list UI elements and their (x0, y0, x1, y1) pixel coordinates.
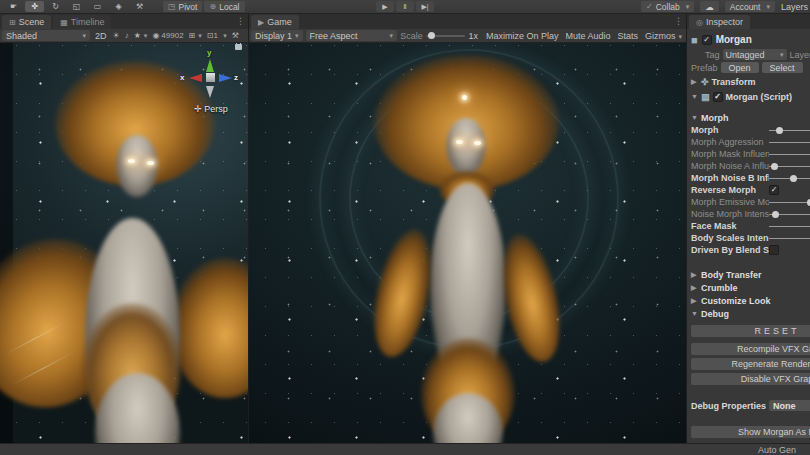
debug-button[interactable]: Regenerate Render Te (691, 358, 810, 370)
scene-orientation-gizmo[interactable]: y x z ✛ Persp (182, 51, 238, 115)
account-dropdown[interactable]: Account (725, 1, 775, 12)
figure-eye-left (456, 140, 463, 144)
scale-slider-handle[interactable] (428, 32, 435, 39)
cloud-button[interactable]: ☁ (700, 1, 719, 12)
tab-scene[interactable]: ⊞ Scene (2, 15, 51, 29)
scene-lighting-icon[interactable]: ☀ (112, 31, 121, 40)
visibility-count: 49902 (161, 31, 183, 40)
slider-track[interactable] (769, 238, 810, 239)
script-enabled-checkbox[interactable]: ✓ (713, 92, 723, 102)
section-foldout-debug[interactable]: ▼Debug (691, 307, 810, 320)
step-button[interactable]: ▶| (416, 1, 434, 12)
show-morgan-button[interactable]: Show Morgan As M (691, 426, 810, 438)
perspective-toggle[interactable]: ✛ Persp (176, 104, 246, 114)
scene-fx-dropdown[interactable]: ★ (133, 31, 149, 40)
slider-track[interactable] (769, 166, 810, 167)
slider-track[interactable] (769, 154, 810, 155)
pivot-toggle[interactable]: ◳ Pivot (163, 1, 202, 12)
active-checkbox[interactable]: ✓ (702, 35, 712, 45)
axis-down-cone[interactable] (206, 86, 214, 98)
collab-dropdown[interactable]: ✓ Collab (641, 1, 694, 12)
foldout-label: Crumble (701, 283, 738, 293)
section-foldouts: ▶Body Transfer▶Crumble▶Customize Look▼De… (691, 268, 810, 320)
gameobject-name-field[interactable]: Morgan (716, 34, 752, 45)
scale-tool[interactable]: ◱ (67, 1, 86, 12)
slider-track[interactable] (769, 226, 810, 227)
morph-header-label: Morph (701, 113, 729, 123)
game-viewport[interactable] (249, 43, 686, 443)
persp-label: Persp (204, 104, 228, 114)
pivot-icon: ◳ (168, 2, 176, 11)
shading-mode-dropdown[interactable]: Shaded (2, 30, 90, 41)
axis-z-cone[interactable] (219, 74, 232, 82)
debug-button[interactable]: Disable VFX Grap (691, 373, 810, 385)
custom-tool[interactable]: ⚒ (130, 1, 149, 12)
layers-dropdown[interactable]: Layers (781, 2, 808, 12)
local-icon: ⊕ (209, 2, 216, 11)
slider-track[interactable] (769, 130, 810, 131)
play-button[interactable]: ▶ (376, 1, 394, 12)
gizmo-center-cube[interactable] (206, 73, 215, 82)
debug-properties-dropdown[interactable]: None (769, 400, 810, 411)
slider-handle[interactable] (790, 175, 797, 182)
grid-dropdown[interactable]: ⊞ (188, 31, 203, 40)
slider-track[interactable] (769, 214, 810, 215)
checkbox[interactable] (769, 245, 779, 255)
rotate-tool[interactable]: ↻ (46, 1, 65, 12)
transform-tool[interactable]: ◈ (109, 1, 128, 12)
tag-dropdown[interactable]: Untagged (723, 49, 787, 60)
auto-generate-label[interactable]: Auto Gen (758, 445, 796, 455)
tab-inspector[interactable]: ◎ Inspector (689, 15, 750, 29)
slider-handle[interactable] (776, 127, 783, 134)
section-foldout-body-transfer[interactable]: ▶Body Transfer (691, 268, 810, 281)
tag-value: Untagged (726, 50, 777, 60)
scene-audio-icon[interactable]: ♪ (124, 31, 130, 40)
script-icon: ▤ (701, 92, 710, 102)
local-toggle[interactable]: ⊕ Local (204, 1, 244, 12)
display-value: Display 1 (255, 31, 292, 41)
debug-button[interactable]: Recompile VFX Gra (691, 343, 810, 355)
section-foldout-crumble[interactable]: ▶Crumble (691, 281, 810, 294)
property-row: Reverse Morph✓ (691, 184, 810, 196)
axis-x-cone[interactable] (189, 74, 202, 82)
slider-track[interactable] (769, 142, 810, 143)
rect-tool[interactable]: ▭ (88, 1, 107, 12)
stats-toggle[interactable]: Stats (615, 31, 640, 41)
section-foldout-customize-look[interactable]: ▶Customize Look (691, 294, 810, 307)
gizmos-dropdown[interactable]: Gizmos (643, 31, 684, 41)
aspect-dropdown[interactable]: Free Aspect (306, 30, 398, 41)
maximize-on-play-toggle[interactable]: Maximize On Play (484, 31, 561, 41)
tab-timeline[interactable]: ▦ Timeline (53, 15, 111, 29)
move-tool[interactable]: ✜ (25, 1, 44, 12)
scene-visibility-toggle[interactable]: ◉ 49902 (151, 31, 184, 40)
tab-game[interactable]: ▶ Game (251, 15, 299, 29)
figure-eye-left (128, 159, 135, 163)
display-dropdown[interactable]: Display 1 (251, 30, 303, 41)
figure-eye-right (474, 141, 481, 145)
slider-handle[interactable] (772, 211, 779, 218)
slider-track[interactable] (769, 178, 810, 179)
morph-section-header[interactable]: ▼ Morph (691, 111, 810, 124)
scene-tools-icon[interactable]: ⚒ (231, 31, 240, 40)
pane-menu-icon[interactable]: ⋮ (236, 16, 244, 26)
transform-component-header[interactable]: ▶ ✜ Transform (691, 74, 810, 89)
scene-viewport[interactable]: y x z ✛ Persp (0, 43, 248, 443)
debug-properties-label: Debug Properties (691, 401, 766, 411)
foldout-label: Body Transfer (701, 270, 762, 280)
script-component-header[interactable]: ▼ ▤ ✓ Morgan (Script) (691, 89, 810, 104)
axis-y-cone[interactable] (206, 59, 214, 72)
slider-track[interactable] (769, 202, 810, 203)
reset-button[interactable]: RESET (691, 325, 810, 337)
toggle-2d[interactable]: 2D (93, 31, 109, 41)
scale-slider[interactable] (426, 35, 466, 37)
axis-z-label: z (234, 73, 238, 82)
hand-tool[interactable]: ☛ (4, 1, 23, 12)
pause-button[interactable]: Ⅱ (396, 1, 414, 12)
checkbox[interactable]: ✓ (769, 185, 779, 195)
prefab-open-button[interactable]: Open (721, 62, 759, 73)
pane-menu-icon[interactable]: ⋮ (674, 16, 682, 26)
slider-handle[interactable] (771, 163, 778, 170)
prefab-select-button[interactable]: Select (762, 62, 803, 73)
mute-audio-toggle[interactable]: Mute Audio (563, 31, 612, 41)
camera-gizmo-dropdown[interactable]: ⊡1 (206, 31, 228, 40)
